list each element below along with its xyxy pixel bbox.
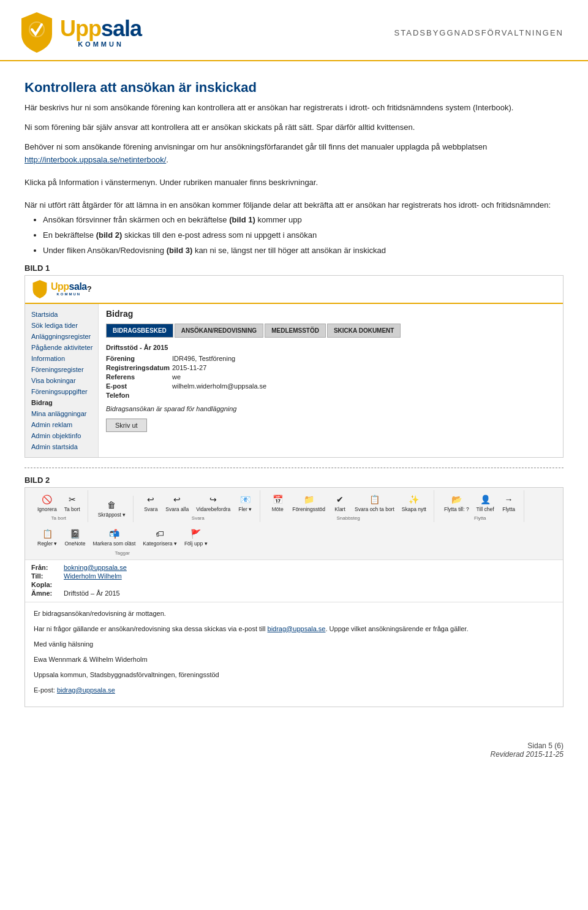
bild2-ribbon: 🚫 Ignorera ✂ Ta bort Ta bort 🗑 Skräppost…	[25, 488, 563, 560]
page-number: Sidan 5 (6)	[527, 741, 564, 750]
ribbon-btn-flytta-till[interactable]: 📂 Flytta till: ?	[442, 491, 472, 514]
section-divider	[24, 468, 564, 468]
ribbon-group-snabbsteg: 📅 Möte 📁 Förenings­stöd ✔ Klart 📋 Svara …	[263, 490, 434, 522]
bullet-intro: När ni utfört rätt åtgärder för att lämn…	[24, 199, 564, 212]
bullet-item-1: Ansökan försvinner från skärmen och en b…	[43, 214, 564, 227]
sidebar-item-anlagg[interactable]: Anläggningsregister	[25, 331, 98, 342]
main-content: Kontrollera att ansökan är inskickad Här…	[0, 61, 588, 729]
sidebar-item-admin-objekt[interactable]: Admin objektinfo	[25, 430, 98, 441]
ribbon-btn-mote[interactable]: 📅 Möte	[268, 491, 287, 514]
ribbon-btn-fler[interactable]: 📧 Fler ▾	[235, 491, 255, 514]
ribbon-grouplabel-taggar: Taggar	[115, 550, 130, 556]
ribbon-grouplabel-snabbsteg: Snabbsteg	[336, 515, 360, 521]
bullet-item-3: Under fliken Ansökan/Redovisning (bild 3…	[43, 245, 564, 257]
bild2-to-value: Widerholm Wilhelm	[64, 572, 122, 580]
bild1-field-regdatum: Registreringsdatum 2015-11-27	[106, 364, 556, 371]
sidebar-item-startsida[interactable]: Startsida	[25, 309, 98, 320]
bild1-print-button[interactable]: Skriv ut	[106, 419, 147, 432]
ribbon-group-taggar: 📋 Regler ▾ 📓 OneNote 📬 Markera som oläst…	[30, 525, 215, 556]
sidebar-item-pagaende[interactable]: Pågående aktiviteter	[25, 342, 98, 353]
bild2-from-row: Från: bokning@uppsala.se	[31, 564, 557, 571]
logo-kommun: KOMMUN	[60, 41, 141, 48]
sidebar-item-visa[interactable]: Visa bokningar	[25, 375, 98, 386]
page-title: Kontrollera att ansökan är inskickad	[24, 80, 564, 96]
tab-skicka[interactable]: SKICKA DOKUMENT	[327, 324, 401, 338]
logo-sala: sala	[101, 17, 141, 40]
ribbon-btn-regler[interactable]: 📋 Regler ▾	[35, 526, 59, 548]
bild1-logo: Uppsala KOMMUN	[31, 279, 87, 299]
bidrag-link[interactable]: bidrag@uppsala.se	[268, 625, 326, 632]
logo-upp: Upp	[60, 17, 101, 40]
ribbon-btn-svaraalla[interactable]: ↩ Svara alla	[163, 491, 191, 514]
svaraochta-icon: 📋	[367, 493, 382, 506]
tab-bidragsbesked[interactable]: BIDRAGSBESKED	[106, 324, 173, 338]
ribbon-btn-ignorera[interactable]: 🚫 Ignorera	[35, 491, 59, 514]
bild2-body: Er bidragsansökan/redovisning är mottage…	[25, 602, 563, 707]
ribbon-grouplabel-flytta: Flytta	[474, 515, 486, 521]
tab-ansökan[interactable]: ANSÖKAN/REDOVISNING	[175, 324, 263, 338]
bild2-subject-label: Ämne:	[31, 590, 59, 597]
ribbon-btn-folj-upp[interactable]: 🚩 Följ upp ▾	[182, 526, 210, 548]
bild1-field-epost: E-post wilhelm.widerholm@uppsala.se	[106, 382, 556, 390]
bild1-main-title: Bidrag	[106, 309, 556, 319]
sidebar-item-foreningsuppg[interactable]: Föreningsuppgifter	[25, 386, 98, 397]
sidebar-item-mina[interactable]: Mina anläggningar	[25, 408, 98, 419]
ribbon-btn-svara[interactable]: ↩ Svara	[141, 491, 160, 514]
bild2-subject-value: Driftstöd – År 2015	[64, 590, 120, 597]
klart-icon: ✔	[333, 493, 347, 506]
ribbon-btn-klart[interactable]: ✔ Klart	[330, 491, 350, 514]
onenote-icon: 📓	[67, 527, 82, 540]
ribbon-btn-tabort[interactable]: ✂ Ta bort	[62, 491, 83, 514]
bild1-header: Uppsala KOMMUN ?	[25, 276, 563, 304]
flytta-till-icon: 📂	[449, 493, 464, 506]
ribbon-group-svara: ↩ Svara ↩ Svara alla ↪ Vidarebefordra 📧 …	[136, 490, 260, 522]
page-footer: Sidan 5 (6) Reviderad 2015-11-25	[0, 729, 588, 771]
bild1-help-icon[interactable]: ?	[87, 284, 92, 294]
ribbon-btn-foreningsstod[interactable]: 📁 Förenings­stöd	[290, 491, 328, 514]
ribbon-btn-till-chef[interactable]: 👤 Till chef	[474, 491, 497, 514]
intro-paragraph-1: Här beskrivs hur ni som ansökande föreni…	[24, 102, 564, 114]
bild1-field-forening: Förening IDR496, Testförening	[106, 355, 556, 362]
page-header: Uppsala KOMMUN STADSBYGGNADSFÖRVALTNINGE…	[0, 0, 588, 61]
intro-paragraph-2: Ni som förening bär själv ansvar att kon…	[24, 121, 564, 134]
bild2-to-row: Till: Widerholm Wilhelm	[31, 572, 557, 580]
ribbon-btn-vidarebefordra[interactable]: ↪ Vidarebefordra	[194, 491, 233, 514]
foreningsstod-icon: 📁	[301, 493, 316, 506]
sidebar-item-admin-reklam[interactable]: Admin reklam	[25, 419, 98, 430]
kategorisera-icon: 🏷	[153, 527, 167, 540]
flytta-icon: →	[502, 493, 516, 506]
svaraalla-icon: ↩	[170, 493, 184, 506]
interbook-link[interactable]: http://interbook.uppsala.se/netinterbook…	[24, 155, 166, 164]
bild2-label: BILD 2	[24, 476, 564, 485]
bild1-tabs: BIDRAGSBESKED ANSÖKAN/REDOVISNING MEDLEM…	[106, 324, 556, 338]
ribbon-btn-markera[interactable]: 📬 Markera som oläst	[90, 526, 138, 548]
bild2-subject-row: Ämne: Driftstöd – År 2015	[31, 590, 557, 597]
sidebar-item-bidrag[interactable]: Bidrag	[25, 397, 98, 408]
bild1-shield-icon	[31, 279, 48, 299]
shield-icon	[18, 11, 55, 54]
ribbon-btn-kategorisera[interactable]: 🏷 Kategorisera ▾	[140, 526, 179, 548]
bild2-header-fields: Från: bokning@uppsala.se Till: Widerholm…	[25, 560, 563, 602]
ribbon-btn-svaraochta[interactable]: 📋 Svara och ta bort	[352, 491, 397, 514]
sidebar-item-admin-start[interactable]: Admin startsida	[25, 441, 98, 452]
bidrag-link-2[interactable]: bidrag@uppsala.se	[57, 686, 115, 694]
logo-text: Uppsala KOMMUN	[60, 17, 141, 48]
bild1-form: Driftsstöd - År 2015 Förening IDR496, Te…	[106, 344, 556, 432]
ribbon-group-flytta: 📂 Flytta till: ? 👤 Till chef → Flytta Fl…	[437, 490, 524, 522]
sidebar-item-foreningsreg[interactable]: Föreningsregister	[25, 364, 98, 375]
ribbon-btn-skrappost[interactable]: 🗑 Skräppost ▾	[96, 497, 129, 519]
ribbon-btn-onenote[interactable]: 📓 OneNote	[62, 526, 88, 548]
bild1-sidebar: Startsida Sök lediga tider Anläggningsre…	[25, 304, 99, 457]
ribbon-btn-skapanytt[interactable]: ✨ Skapa nytt	[399, 491, 429, 514]
tabort-icon: ✂	[65, 493, 80, 506]
bild1-body: Startsida Sök lediga tider Anläggningsre…	[25, 304, 563, 457]
bild1-field-referens: Referens we	[106, 373, 556, 381]
tab-medlemsstod[interactable]: MEDLEMSSTÖD	[265, 324, 326, 338]
bild1-main-panel: Bidrag BIDRAGSBESKED ANSÖKAN/REDOVISNING…	[99, 304, 563, 457]
sidebar-item-sok[interactable]: Sök lediga tider	[25, 320, 98, 331]
ribbon-btn-flytta[interactable]: → Flytta	[499, 491, 519, 514]
ribbon-grouplabel-tabort: Ta bort	[51, 515, 66, 521]
header-subtitle: STADSBYGGNADSFÖRVALTNINGEN	[394, 28, 564, 37]
regler-icon: 📋	[40, 527, 55, 540]
sidebar-item-info[interactable]: Information	[25, 353, 98, 364]
